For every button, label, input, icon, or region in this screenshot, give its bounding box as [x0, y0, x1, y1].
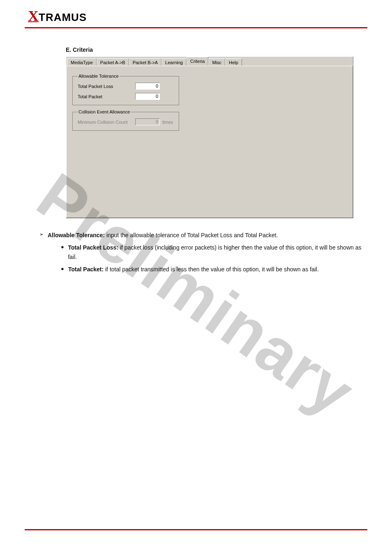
- settings-dialog: MediaType Packet A->B Packet B->A Learni…: [66, 56, 353, 218]
- bullet-icon: ●: [61, 265, 68, 274]
- total-packet-loss-input[interactable]: 0: [135, 83, 160, 90]
- logo-x: X: [28, 7, 39, 25]
- collision-group: Collision Event Allowance Minimum Collis…: [72, 109, 179, 131]
- tab-mediatype[interactable]: MediaType: [67, 58, 97, 66]
- total-packet-desc: if total packet transmitted is less then…: [104, 266, 319, 273]
- tab-packet-ab[interactable]: Packet A->B: [97, 58, 129, 66]
- divider-bottom: [25, 529, 367, 530]
- bullet-icon: ●: [61, 243, 68, 261]
- total-packet-label: Total Packet: [78, 94, 135, 99]
- allowable-tolerance-legend: Allowable Tolerance: [78, 74, 120, 79]
- allowable-tolerance-desc: input the allowable tolerance of Total P…: [105, 232, 278, 238]
- logo-rest: TRAMUS: [39, 11, 87, 24]
- chevron-right-icon: ➢: [39, 231, 48, 240]
- tab-body-criteria: Allowable Tolerance Total Packet Loss 0 …: [66, 66, 353, 218]
- min-collision-input: 0: [135, 118, 160, 125]
- tab-help[interactable]: Help: [225, 58, 242, 66]
- min-collision-label: Minimum Collision Count: [78, 120, 135, 125]
- divider-top: [25, 27, 367, 28]
- total-packet-term: Total Packet:: [68, 266, 104, 273]
- section-heading: E. Criteria: [66, 46, 367, 53]
- tab-learning[interactable]: Learning: [161, 58, 187, 66]
- allowable-tolerance-group: Allowable Tolerance Total Packet Loss 0 …: [72, 74, 179, 105]
- tab-packet-ba[interactable]: Packet B->A: [129, 58, 161, 66]
- tab-strip: MediaType Packet A->B Packet B->A Learni…: [66, 57, 353, 66]
- explanatory-text: ➢ Allowable Tolerance: input the allowab…: [45, 231, 362, 274]
- brand-logo: XTRAMUS: [25, 7, 367, 25]
- total-packet-loss-term: Total Packet Loss:: [68, 244, 118, 251]
- total-packet-loss-label: Total Packet Loss: [78, 84, 135, 89]
- collision-legend: Collision Event Allowance: [78, 109, 131, 114]
- min-collision-unit: times: [162, 120, 173, 125]
- tab-criteria[interactable]: Criteria: [187, 57, 208, 66]
- allowable-tolerance-term: Allowable Tolerance:: [48, 232, 105, 238]
- total-packet-input[interactable]: 0: [135, 93, 160, 100]
- tab-misc[interactable]: Misc: [208, 58, 225, 66]
